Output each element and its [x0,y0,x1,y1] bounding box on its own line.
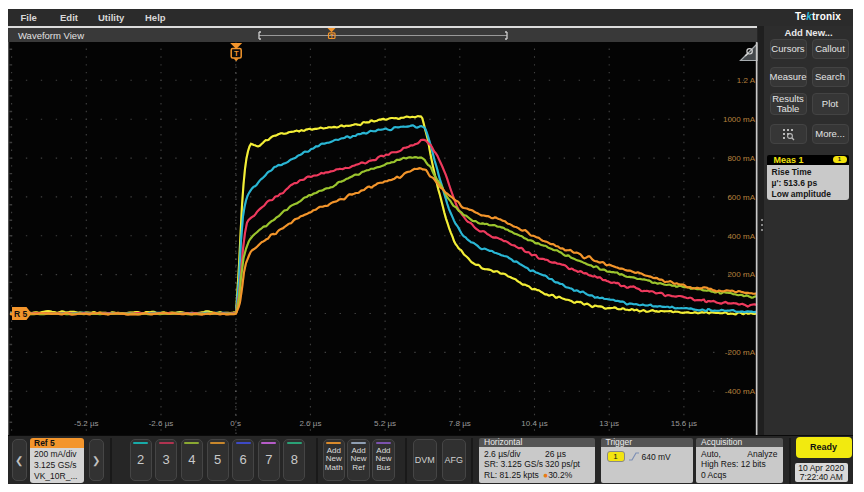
svg-text:-200 mA: -200 mA [725,348,756,357]
svg-text:0 s: 0 s [230,419,241,428]
svg-text:15.6 µs: 15.6 µs [671,419,697,428]
svg-text:1.2 A: 1.2 A [737,76,756,85]
svg-text:-2.6 µs: -2.6 µs [149,419,174,428]
svg-text:200 mA: 200 mA [727,270,755,279]
svg-text:800 mA: 800 mA [727,153,755,162]
svg-text:10.4 µs: 10.4 µs [521,419,547,428]
svg-text:-5.2 µs: -5.2 µs [74,419,99,428]
svg-text:R 5: R 5 [14,308,28,318]
svg-text:7.8 µs: 7.8 µs [449,419,471,428]
svg-text:T: T [234,49,239,58]
svg-text:2.6 µs: 2.6 µs [299,419,321,428]
svg-text:-400 mA: -400 mA [725,387,756,396]
svg-text:1000 mA: 1000 mA [723,115,756,124]
svg-text:13 µs: 13 µs [599,419,619,428]
svg-text:400 mA: 400 mA [727,231,755,240]
svg-text:600 mA: 600 mA [727,192,755,201]
svg-text:5.2 µs: 5.2 µs [374,419,396,428]
